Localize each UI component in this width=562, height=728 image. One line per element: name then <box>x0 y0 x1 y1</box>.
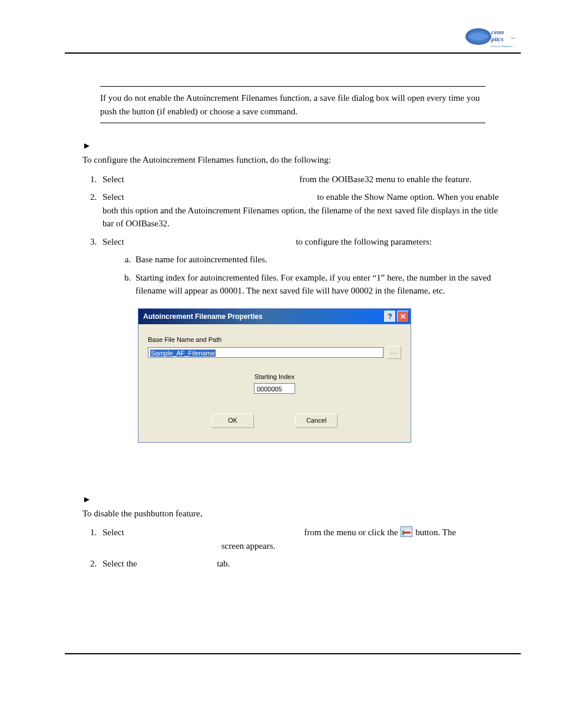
starting-index-input[interactable]: 0000005 <box>254 383 295 394</box>
procedure2-intro: To disable the pushbutton feature, <box>82 507 521 521</box>
close-icon[interactable]: ✕ <box>397 311 409 322</box>
svg-text:First in Photonics: First in Photonics <box>491 45 513 48</box>
procedure2-marker: ► <box>82 495 521 505</box>
step-2: Select to enable the Show Name option. W… <box>99 190 503 230</box>
header-rule <box>65 52 521 54</box>
note-box: If you do not enable the Autoincrement F… <box>100 86 485 123</box>
autoincrement-dialog: Autoincrement Filename Properties ? ✕ Ba… <box>138 308 411 443</box>
step-3-sublist: Base name for autoincremented files. Sta… <box>117 253 503 298</box>
svg-text:Inc.: Inc. <box>511 37 516 39</box>
cancel-button[interactable]: Cancel <box>295 414 338 428</box>
dialog-title: Autoincrement Filename Properties <box>143 311 383 322</box>
procedure1-list: Select from the OOIBase32 menu to enable… <box>82 173 503 443</box>
procedure-marker: ► <box>82 141 521 151</box>
dialog-titlebar: Autoincrement Filename Properties ? ✕ <box>138 309 411 324</box>
step-3a: Base name for autoincremented files. <box>133 253 503 266</box>
svg-text:cean: cean <box>491 28 504 35</box>
p2-step-2: Select the tab. <box>99 557 503 571</box>
browse-button[interactable]: ... <box>387 346 401 359</box>
ocean-optics-logo: cean ptics Inc. First in Photonics <box>462 24 521 50</box>
chart-icon[interactable] <box>401 526 412 537</box>
svg-text:ptics: ptics <box>491 35 504 42</box>
footer-rule <box>65 653 521 654</box>
ok-button[interactable]: OK <box>211 414 254 428</box>
starting-index-label: Starting Index <box>148 372 401 382</box>
step-3: Select to configure the following parame… <box>99 235 503 443</box>
procedure1-intro: To configure the Autoincrement Filenames… <box>82 153 521 167</box>
base-path-label: Base File Name and Path <box>148 335 401 345</box>
base-path-input[interactable]: Sample_AF_Filename <box>148 347 384 358</box>
step-1: Select from the OOIBase32 menu to enable… <box>99 173 503 186</box>
note-text: If you do not enable the Autoincrement F… <box>100 91 485 118</box>
step-3b: Starting index for autoincremented files… <box>133 271 503 298</box>
help-icon[interactable]: ? <box>384 311 396 322</box>
procedure2-list: Select from the menu or click the button… <box>82 526 503 571</box>
p2-step-1: Select from the menu or click the button… <box>99 526 503 552</box>
